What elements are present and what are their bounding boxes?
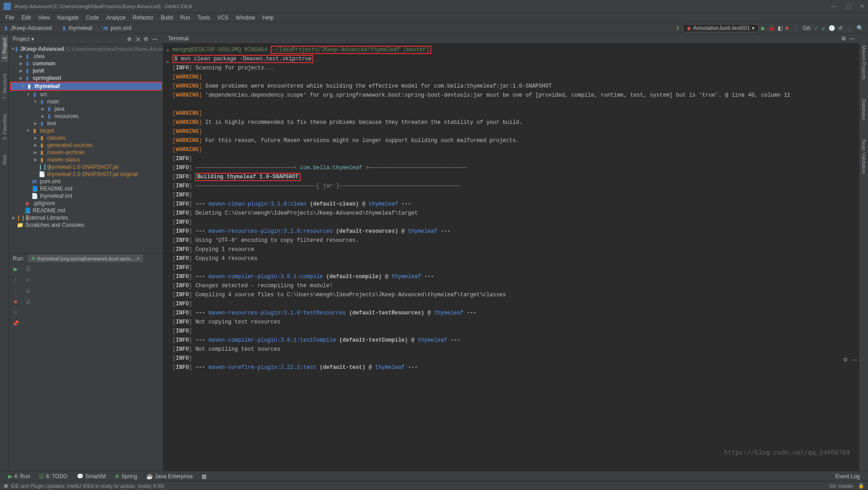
menu-navigate[interactable]: Navigate [54,15,82,21]
menu-tools[interactable]: Tools [194,15,214,21]
debug-icon[interactable]: 🐞 [768,25,775,31]
tree-label: Scratches and Consoles [25,222,84,228]
tree-node[interactable]: ▶▮.idea [9,53,163,60]
tree-node[interactable]: ▼▮main [9,98,163,105]
layout-icon[interactable]: ⌗ [14,309,17,316]
tree-node[interactable]: ▶▮maven-status [9,156,163,163]
project-tree[interactable]: ▼▮JKeep-AdvancedC:\Users\mengh\IdeaProje… [9,44,163,253]
scroll-icon[interactable]: ⇊ [26,288,30,294]
tab-project[interactable]: 1: Project [1,35,8,62]
menu-analyze[interactable]: Analyze [103,15,129,21]
btab-more[interactable]: ▦ [197,473,211,480]
menu-window[interactable]: Window [232,15,259,21]
close-icon[interactable]: ✕ [860,3,864,10]
tab-maven[interactable]: Maven Projects [860,43,868,83]
coverage-icon[interactable]: ◧ [778,25,783,31]
tree-root[interactable]: ▼▮JKeep-AdvancedC:\Users\mengh\IdeaProje… [9,45,163,53]
menu-view[interactable]: View [35,15,54,21]
close-icon[interactable]: × [137,256,139,261]
tree-node-thymeleaf[interactable]: ▼▮thymeleaf [11,83,161,90]
menu-code[interactable]: Code [82,15,103,21]
breadcrumb-file[interactable]: pom.xml [111,25,131,31]
chevron-down-icon[interactable]: ▾ [31,36,34,42]
up-icon[interactable]: ↑ [14,277,17,283]
breadcrumb-mid[interactable]: thymeleaf [69,25,92,31]
menu-edit[interactable]: Edit [18,15,35,21]
tree-node[interactable]: ▶▮generated-sources [9,142,163,149]
menu-help[interactable]: Help [259,15,277,21]
gear-icon[interactable]: ⚙ [843,357,848,363]
tree-node[interactable]: ▶▮common [9,60,163,67]
tree-node[interactable]: ▶▮test [9,120,163,127]
soft-wrap-icon[interactable]: ↩ [26,277,30,283]
run-config-selector[interactable]: ◆ AnnotationJunit.test001 ▾ [683,24,758,32]
print-icon[interactable]: 🖨 [25,299,31,305]
pin-icon[interactable]: 📌 [12,320,19,327]
minimize-icon[interactable]: — [831,3,837,10]
hide-icon[interactable]: — [852,357,857,363]
build-icon[interactable]: ⬇ [676,25,680,31]
tree-node[interactable]: ▶▮maven-archiver [9,149,163,156]
maximize-icon[interactable]: ▢ [846,3,851,10]
menu-run[interactable]: Run [177,15,194,21]
run-tab[interactable]: ❀ thymeleaf [org.springframework.boot:sp… [28,255,143,262]
menu-build[interactable]: Build [157,15,177,21]
menu-file[interactable]: File [2,15,18,21]
event-log[interactable]: Event Log [831,473,864,480]
vcs-history-icon[interactable]: 🕘 [829,25,835,31]
vcs-update-icon[interactable]: ✓ [814,25,819,31]
menu-vcs[interactable]: VCS [214,15,232,21]
rerun-icon[interactable]: ▶ [14,266,18,272]
tree-external-libs[interactable]: ▶❙❙❙External Libraries [9,214,163,221]
tree-file[interactable]: 📘README.md [9,185,163,192]
tree-node[interactable]: ▼▮src [9,91,163,98]
hide-icon[interactable]: — [849,35,854,42]
tree-file[interactable]: mpom.xml [9,178,163,185]
tab-web[interactable]: Web [1,152,8,167]
vcs-commit-icon[interactable]: ↙ [821,25,826,31]
status-window-icon[interactable]: ▣ [4,483,8,489]
menu-refactor[interactable]: Refactor [129,15,157,21]
btab-javaee[interactable]: ☕Java Enterprise [142,473,197,480]
tree-file[interactable]: 📄thymeleaf-1.0-SNAPSHOT.jar.original [9,171,163,178]
hide-icon[interactable]: — [152,36,158,42]
stop-icon[interactable]: ■ [14,299,17,305]
run-icon[interactable]: ▶ [761,25,765,31]
tree-file[interactable]: ◉.gitignore [9,200,163,207]
tab-database[interactable]: Database [860,96,868,123]
btab-smartim[interactable]: 💬SmartIM [72,473,110,480]
test-icon: ◆ [687,25,691,31]
terminal-body[interactable]: + × mengh@DESKTOP-D05L9MQ MINGW64 ~/Idea… [163,44,859,471]
tree-node[interactable]: ▶▮resources [9,113,163,120]
gear-icon[interactable]: ⚙ [143,36,148,42]
collapse-icon[interactable]: ⊕ [127,36,132,42]
tree-file[interactable]: 📘README.md [9,207,163,214]
tree-node[interactable]: ▶▮java [9,105,163,113]
tree-node[interactable]: ▶▮classes [9,134,163,142]
breadcrumb-root[interactable]: JKeep-Advanced [10,25,52,31]
search-icon[interactable]: 🔍 [857,25,863,31]
tree-file[interactable]: ❙❙❙thymeleaf-1.0-SNAPSHOT.jar [9,163,163,171]
add-terminal-icon[interactable]: + [166,46,169,55]
tree-node[interactable]: ▶▮junit [9,67,163,74]
tab-structure[interactable]: 7: Structure [1,71,8,102]
close-terminal-icon[interactable]: × [166,58,169,67]
lock-icon[interactable]: 🔒 [858,483,864,489]
tree-file[interactable]: 📄thymeleaf.iml [9,192,163,200]
tab-favorites[interactable]: 2: Favorites [1,111,8,142]
tab-bean-validation[interactable]: Bean Validation [860,137,868,176]
tree-scratches[interactable]: 📁Scratches and Consoles [9,221,163,229]
tree-node[interactable]: ▶▮springboot [9,74,163,82]
git-branch[interactable]: Git: master [829,483,853,489]
btab-run[interactable]: ▶4: Run [4,473,35,480]
gear-icon[interactable]: ⚙ [841,35,846,42]
btab-spring[interactable]: ❀Spring [110,473,142,480]
tree-node[interactable]: ▼▮target [9,127,163,134]
project-panel-header: Project ▾ ⊕ ⇲ ⚙ — [9,34,163,44]
down-icon[interactable]: ↓ [14,288,17,294]
expand-icon[interactable]: ⇲ [135,36,140,42]
stop-icon[interactable]: ■ [785,25,789,31]
btab-todo[interactable]: ☑6: TODO [35,473,72,480]
vcs-revert-icon[interactable]: ↺ [838,25,843,31]
layout-icon[interactable]: ☰ [26,266,31,272]
